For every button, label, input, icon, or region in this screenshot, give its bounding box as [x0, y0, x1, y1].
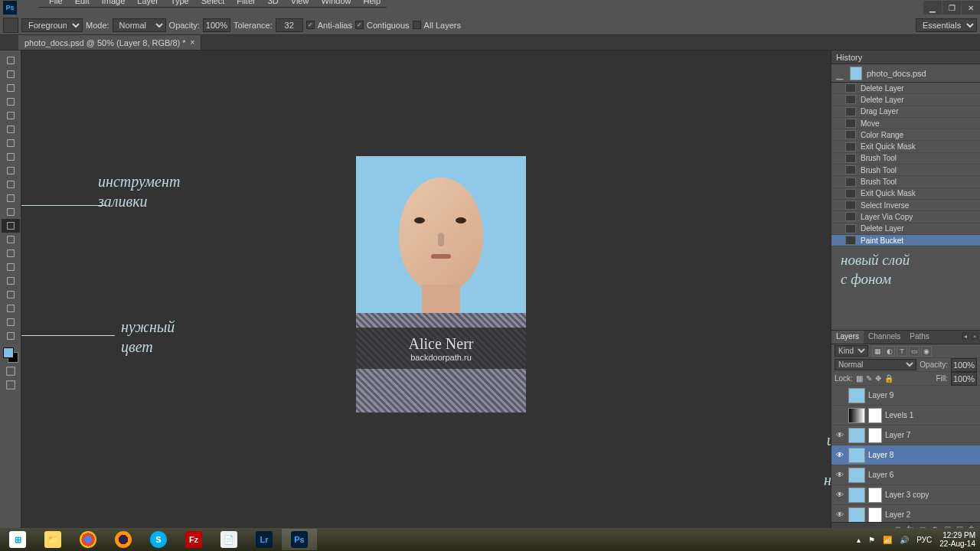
- visibility-toggle[interactable]: [835, 390, 845, 401]
- layer-row[interactable]: 👁Layer 6: [831, 465, 980, 485]
- lasso-tool[interactable]: [2, 81, 20, 95]
- visibility-toggle[interactable]: 👁: [835, 510, 845, 520]
- history-brush-tool[interactable]: [2, 178, 20, 191]
- menu-select[interactable]: Select: [195, 0, 231, 7]
- type-filter-icon[interactable]: T: [897, 346, 907, 357]
- history-snapshot[interactable]: ⎯ photo_docs.psd: [831, 64, 980, 83]
- eraser-tool[interactable]: [2, 191, 20, 205]
- filezilla-icon[interactable]: Fz: [176, 529, 211, 550]
- history-step[interactable]: Select Inverse: [831, 200, 980, 211]
- history-step[interactable]: Exit Quick Mask: [831, 141, 980, 152]
- lightroom-icon[interactable]: Lr: [247, 529, 282, 550]
- visibility-toggle[interactable]: 👁: [835, 470, 845, 481]
- skype-icon[interactable]: S: [141, 529, 176, 550]
- rectangle-tool[interactable]: [2, 302, 20, 315]
- pixel-filter-icon[interactable]: ▦: [872, 346, 883, 357]
- tolerance-input[interactable]: [276, 18, 303, 32]
- quick-select-tool[interactable]: [2, 95, 20, 109]
- maximize-button[interactable]: ❐: [942, 1, 961, 15]
- history-step[interactable]: Exit Quick Mask: [831, 188, 980, 200]
- history-step[interactable]: Delete Layer: [831, 83, 980, 94]
- language-indicator[interactable]: РУС: [916, 536, 932, 544]
- tray-up-icon[interactable]: ▴: [857, 536, 861, 544]
- explorer-icon[interactable]: 📁: [35, 529, 70, 550]
- menu-view[interactable]: View: [285, 0, 315, 7]
- menu-window[interactable]: Window: [315, 0, 357, 7]
- crop-tool[interactable]: [2, 109, 20, 122]
- smart-filter-icon[interactable]: ◉: [921, 346, 932, 357]
- heal-tool[interactable]: [2, 136, 20, 150]
- opacity-input[interactable]: [203, 18, 230, 32]
- menu-image[interactable]: Image: [96, 0, 132, 7]
- brush-tool[interactable]: [2, 150, 20, 164]
- blur-tool[interactable]: [2, 233, 20, 246]
- layer-row[interactable]: Layer 9: [831, 386, 980, 406]
- paint-bucket-tool[interactable]: [2, 219, 20, 233]
- history-step[interactable]: Color Range: [831, 129, 980, 141]
- history-step[interactable]: Delete Layer: [831, 223, 980, 235]
- history-step[interactable]: Layer Via Copy: [831, 211, 980, 223]
- history-step[interactable]: Drag Layer: [831, 106, 980, 118]
- gradient-tool[interactable]: [2, 205, 20, 219]
- menu-type[interactable]: Type: [165, 0, 195, 7]
- menu-file[interactable]: File: [43, 0, 69, 7]
- path-tool[interactable]: [2, 288, 20, 302]
- alllayers-checkbox[interactable]: [413, 21, 421, 29]
- contiguous-checkbox[interactable]: ✓: [355, 21, 364, 29]
- minimize-button[interactable]: ▁: [923, 1, 942, 15]
- panel-tab-paths[interactable]: Paths: [905, 331, 934, 344]
- firefox-icon[interactable]: [106, 529, 141, 550]
- history-step[interactable]: Brush Tool: [831, 165, 980, 176]
- menu-3d[interactable]: 3D: [262, 0, 285, 7]
- history-step[interactable]: Brush Tool: [831, 176, 980, 187]
- clock[interactable]: 12:29 PM 22-Aug-14: [939, 531, 975, 548]
- layer-fill-input[interactable]: [951, 372, 977, 386]
- tray-volume-icon[interactable]: 🔊: [900, 536, 909, 544]
- marquee-tool[interactable]: [2, 67, 20, 81]
- document-tab[interactable]: photo_docs.psd @ 50% (Layer 8, RGB/8) * …: [18, 35, 201, 50]
- start-button[interactable]: ⊞: [0, 529, 35, 550]
- dodge-tool[interactable]: [2, 246, 20, 260]
- blend-mode-select[interactable]: Normal: [113, 18, 166, 32]
- close-tab-icon[interactable]: ×: [191, 38, 195, 47]
- menu-help[interactable]: Help: [358, 0, 387, 7]
- chrome-icon[interactable]: [70, 529, 106, 550]
- eyedropper-tool[interactable]: [2, 122, 20, 136]
- zoom-tool[interactable]: [2, 329, 20, 343]
- history-step[interactable]: Paint Bucket: [831, 235, 980, 246]
- lock-transparency-icon[interactable]: ▦: [856, 374, 863, 383]
- type-tool[interactable]: [2, 274, 20, 288]
- screen-mode-button[interactable]: [2, 378, 20, 392]
- menu-filter[interactable]: Filter: [230, 0, 261, 7]
- layer-row[interactable]: 👁Layer 7: [831, 425, 980, 445]
- panel-tab-channels[interactable]: Channels: [864, 331, 905, 344]
- menu-layer[interactable]: Layer: [131, 0, 165, 7]
- layer-row[interactable]: 👁Layer 3 copy: [831, 485, 980, 505]
- antialias-checkbox[interactable]: ✓: [306, 21, 315, 29]
- visibility-toggle[interactable]: 👁: [835, 430, 845, 441]
- close-button[interactable]: ✕: [962, 1, 980, 15]
- lock-all-icon[interactable]: 🔒: [884, 374, 893, 383]
- history-panel-title[interactable]: History: [831, 51, 980, 64]
- tool-preset-icon[interactable]: [3, 18, 18, 33]
- stamp-tool[interactable]: [2, 164, 20, 178]
- workspace-select[interactable]: Essentials: [916, 18, 977, 32]
- pen-tool[interactable]: [2, 260, 20, 274]
- lock-pixels-icon[interactable]: ✎: [866, 374, 872, 383]
- move-tool[interactable]: [2, 54, 20, 67]
- visibility-toggle[interactable]: 👁: [835, 490, 845, 500]
- visibility-toggle[interactable]: [835, 410, 845, 421]
- quick-mask-button[interactable]: [2, 364, 20, 378]
- photoshop-taskbar-icon[interactable]: Ps: [282, 529, 317, 550]
- close-panel-icon[interactable]: ×: [971, 332, 978, 340]
- tray-network-icon[interactable]: 📶: [883, 536, 892, 544]
- history-step[interactable]: Delete Layer: [831, 94, 980, 106]
- layer-row[interactable]: 👁Layer 2: [831, 505, 980, 522]
- layer-row[interactable]: Levels 1: [831, 406, 980, 425]
- shape-filter-icon[interactable]: ▭: [909, 346, 920, 357]
- visibility-toggle[interactable]: 👁: [835, 450, 845, 461]
- history-step[interactable]: Move: [831, 118, 980, 129]
- history-step[interactable]: Brush Tool: [831, 153, 980, 165]
- filter-kind-select[interactable]: Kind: [835, 345, 868, 357]
- lock-position-icon[interactable]: ✥: [875, 374, 881, 383]
